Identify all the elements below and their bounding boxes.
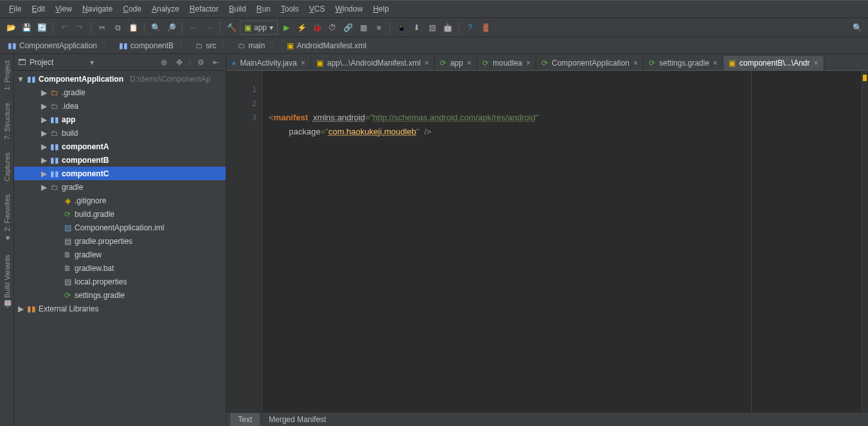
sdk-manager-icon[interactable]: ⬇ (410, 21, 424, 35)
save-icon[interactable]: 💾 (19, 21, 33, 35)
apply-changes-icon[interactable]: ⚡ (294, 21, 309, 35)
undo-icon[interactable]: ↶ (57, 21, 71, 35)
menu-tools[interactable]: Tools (276, 2, 304, 16)
editor-tab[interactable]: ●MainActivity.java× (226, 56, 311, 70)
sync-icon[interactable]: 🔄 (35, 21, 49, 35)
profile-icon[interactable]: ⏱ (325, 21, 339, 35)
error-stripe (862, 71, 868, 412)
editor-tab[interactable]: ⟳ComponentApplication× (536, 56, 644, 70)
cut-icon[interactable]: ✂ (95, 21, 109, 35)
tree-external-libs[interactable]: ▶▮▮External Libraries (14, 302, 226, 315)
tree-root[interactable]: ▼▮▮ComponentApplicationD:\demo\Component… (14, 72, 226, 86)
menu-code[interactable]: Code (118, 2, 147, 16)
tree-node[interactable]: ▤ComponentApplication.iml (14, 221, 226, 234)
menu-view[interactable]: View (50, 2, 77, 16)
menu-run[interactable]: Run (251, 2, 276, 16)
tree-node[interactable]: ▶▮▮componentB (14, 153, 226, 167)
menu-vcs[interactable]: VCS (304, 2, 330, 16)
close-tab-icon[interactable]: × (814, 59, 818, 68)
redo-icon[interactable]: ↷ (73, 21, 87, 35)
breadcrumb-item[interactable]: 🗀 src (192, 39, 234, 52)
menu-navigate[interactable]: Navigate (77, 2, 118, 16)
stop-icon[interactable]: ■ (372, 21, 386, 35)
run-icon[interactable]: ▶ (279, 21, 293, 35)
copy-icon[interactable]: ⧉ (111, 21, 125, 35)
locate-icon[interactable]: ✥ (174, 58, 185, 67)
back-icon[interactable]: ← (186, 21, 201, 35)
code-editor[interactable]: <manifest xmlns:android="http://schemas.… (262, 71, 862, 412)
editor-sub-tabs: TextMerged Manifest (226, 412, 868, 426)
forward-icon[interactable]: → (202, 21, 216, 35)
chevron-down-icon[interactable]: ▾ (90, 58, 94, 67)
project-panel-title: Project (30, 58, 86, 67)
tree-node[interactable]: ▶▮▮app (14, 113, 226, 126)
tree-node[interactable]: ▶🗀.idea (14, 99, 226, 113)
search-everywhere-icon[interactable]: 🔍 (850, 21, 864, 35)
close-tab-icon[interactable]: × (633, 59, 638, 68)
tree-node[interactable]: ▶🗀build (14, 126, 226, 140)
run-config-label: app (254, 23, 267, 32)
editor-sub-tab[interactable]: Merged Manifest (261, 413, 334, 426)
attach-debugger-icon[interactable]: 🔗 (341, 21, 355, 35)
xml-attr: package (289, 127, 320, 136)
breadcrumb-item[interactable]: ▮▮ componentB (115, 39, 192, 52)
menu-window[interactable]: Window (330, 2, 368, 16)
help-icon[interactable]: ? (463, 21, 477, 35)
run-config-selector[interactable]: ▣ app ▾ (240, 21, 278, 35)
coverage-icon[interactable]: ▦ (356, 21, 370, 35)
collapse-icon[interactable]: ⊕ (158, 58, 170, 67)
tool-window-button[interactable]: 🤖Build Variants (3, 248, 11, 315)
tree-node[interactable]: ▶🗀gradle (14, 180, 226, 194)
tree-node[interactable]: 🗎gradlew.bat (14, 261, 226, 275)
editor-sub-tab[interactable]: Text (230, 413, 260, 426)
tree-node[interactable]: ⟳build.gradle (14, 207, 226, 221)
hide-icon[interactable]: ⇤ (210, 58, 222, 67)
menu-build[interactable]: Build (224, 2, 251, 16)
editor-tab[interactable]: ⟳moudlea× (477, 56, 536, 70)
debug-icon[interactable]: 🐞 (310, 21, 324, 35)
close-tab-icon[interactable]: × (526, 59, 530, 68)
make-icon[interactable]: 🔨 (224, 21, 239, 35)
tool-window-button[interactable]: ★2: Favorites (3, 188, 11, 248)
close-tab-icon[interactable]: × (467, 59, 471, 68)
close-tab-icon[interactable]: × (713, 59, 718, 68)
tree-node[interactable]: ▶🗀.gradle (14, 86, 226, 99)
breadcrumb-item[interactable]: ▮▮ ComponentApplication (4, 39, 115, 52)
exit-icon[interactable]: 🚪 (478, 21, 493, 35)
editor-tab[interactable]: ⟳settings.gradle× (644, 56, 723, 70)
menu-help[interactable]: Help (368, 2, 394, 16)
tree-node[interactable]: ▤local.properties (14, 275, 226, 288)
tree-node[interactable]: ▶▮▮componentC (14, 167, 226, 180)
device-monitor-icon[interactable]: 🤖 (440, 21, 455, 35)
menu-analyze[interactable]: Analyze (147, 2, 185, 16)
avd-manager-icon[interactable]: 📱 (394, 21, 408, 35)
left-tool-rail: 1: Project7: StructureCaptures★2: Favori… (0, 54, 14, 426)
tree-node[interactable]: ◈.gitignore (14, 194, 226, 207)
breadcrumb-item[interactable]: ▣ AndroidManifest.xml (283, 40, 377, 51)
menu-file[interactable]: File (4, 2, 26, 16)
tool-window-button[interactable]: 7: Structure (3, 97, 11, 146)
tree-node[interactable]: ▤gradle.properties (14, 234, 226, 248)
tree-node[interactable]: 🗎gradlew (14, 248, 226, 261)
paste-icon[interactable]: 📋 (126, 21, 140, 35)
tool-window-button[interactable]: Captures (3, 146, 11, 188)
replace-icon[interactable]: 🔎 (164, 21, 178, 35)
find-icon[interactable]: 🔍 (149, 21, 163, 35)
tree-node[interactable]: ▶▮▮componentA (14, 140, 226, 153)
warning-mark[interactable] (863, 75, 867, 81)
right-margin (751, 71, 752, 412)
tool-window-button[interactable]: 1: Project (3, 54, 11, 97)
breadcrumb-item[interactable]: 🗀 main (234, 39, 283, 52)
editor-tab[interactable]: ⟳app× (435, 56, 477, 70)
tree-node[interactable]: ⟳settings.gradle (14, 288, 226, 302)
menu-edit[interactable]: Edit (26, 2, 50, 16)
close-tab-icon[interactable]: × (424, 59, 429, 68)
editor-tab[interactable]: ▣componentB\...\Andr× (723, 56, 824, 70)
project-tree[interactable]: ▼▮▮ComponentApplicationD:\demo\Component… (14, 71, 226, 426)
menu-refactor[interactable]: Refactor (185, 2, 224, 16)
editor-tab[interactable]: ▣app\...\AndroidManifest.xml× (311, 56, 435, 70)
close-tab-icon[interactable]: × (301, 59, 305, 68)
settings-icon[interactable]: ⚙ (195, 58, 206, 67)
layout-inspector-icon[interactable]: ▧ (425, 21, 439, 35)
open-icon[interactable]: 📂 (4, 21, 18, 35)
